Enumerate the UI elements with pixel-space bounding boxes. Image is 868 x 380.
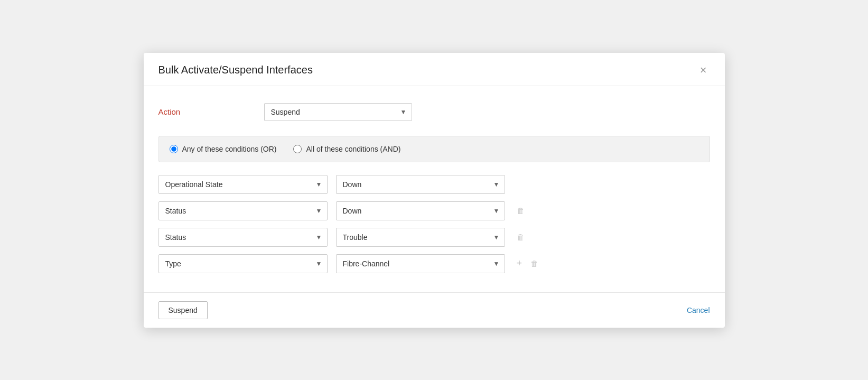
modal-header: Bulk Activate/Suspend Interfaces × bbox=[144, 53, 725, 86]
table-row: Operational State Status Type ▼ Down Up … bbox=[158, 201, 710, 220]
value-select-1[interactable]: Down Up Unknown bbox=[336, 175, 505, 194]
trash-icon-2 bbox=[517, 206, 525, 216]
or-condition-text: Any of these conditions (OR) bbox=[182, 145, 277, 153]
close-button[interactable]: × bbox=[697, 63, 710, 77]
field-select-4[interactable]: Operational State Status Type bbox=[158, 254, 328, 273]
bulk-activate-suspend-modal: Bulk Activate/Suspend Interfaces × Actio… bbox=[144, 53, 725, 328]
modal-body: Action Suspend Activate ▼ Any of these c… bbox=[144, 86, 725, 292]
action-row: Action Suspend Activate ▼ bbox=[158, 103, 710, 121]
row-actions-2 bbox=[514, 204, 545, 218]
conditions-grid: Operational State Status Type ▼ Down Up … bbox=[158, 175, 710, 273]
field-select-wrap-2: Operational State Status Type ▼ bbox=[158, 201, 328, 220]
trash-icon-3 bbox=[517, 233, 525, 242]
value-select-wrap-2: Down Up Trouble ▼ bbox=[336, 201, 505, 220]
modal-title: Bulk Activate/Suspend Interfaces bbox=[158, 64, 313, 76]
value-select-wrap-1: Down Up Unknown ▼ bbox=[336, 175, 505, 194]
value-select-wrap-3: Down Up Trouble ▼ bbox=[336, 228, 505, 247]
trash-icon-4 bbox=[530, 259, 538, 268]
field-select-1[interactable]: Operational State Status Type bbox=[158, 175, 328, 194]
conditions-bar: Any of these conditions (OR) All of thes… bbox=[158, 136, 710, 162]
table-row: Operational State Status Type ▼ Fibre-Ch… bbox=[158, 254, 710, 273]
delete-row-3-button[interactable] bbox=[514, 230, 528, 244]
value-select-4[interactable]: Fibre-Channel Ethernet Serial bbox=[336, 254, 505, 273]
and-condition-label[interactable]: All of these conditions (AND) bbox=[293, 145, 400, 153]
field-select-wrap-4: Operational State Status Type ▼ bbox=[158, 254, 328, 273]
add-row-button[interactable] bbox=[514, 256, 526, 271]
action-select[interactable]: Suspend Activate bbox=[264, 103, 412, 121]
action-label: Action bbox=[158, 107, 264, 116]
field-select-3[interactable]: Operational State Status Type bbox=[158, 228, 328, 247]
action-select-wrap: Suspend Activate ▼ bbox=[264, 103, 412, 121]
field-select-wrap-3: Operational State Status Type ▼ bbox=[158, 228, 328, 247]
delete-row-4-button[interactable] bbox=[527, 257, 542, 271]
or-condition-label[interactable]: Any of these conditions (OR) bbox=[170, 145, 277, 153]
and-condition-radio[interactable] bbox=[293, 145, 302, 153]
delete-row-2-button[interactable] bbox=[514, 204, 528, 218]
modal-footer: Suspend Cancel bbox=[144, 292, 725, 328]
suspend-button[interactable]: Suspend bbox=[158, 301, 208, 319]
cancel-button[interactable]: Cancel bbox=[687, 306, 710, 314]
value-select-wrap-4: Fibre-Channel Ethernet Serial ▼ bbox=[336, 254, 505, 273]
value-select-2[interactable]: Down Up Trouble bbox=[336, 201, 505, 220]
and-condition-text: All of these conditions (AND) bbox=[306, 145, 400, 153]
field-select-2[interactable]: Operational State Status Type bbox=[158, 201, 328, 220]
or-condition-radio[interactable] bbox=[170, 145, 178, 153]
table-row: Operational State Status Type ▼ Down Up … bbox=[158, 175, 710, 194]
plus-icon bbox=[517, 258, 522, 269]
table-row: Operational State Status Type ▼ Down Up … bbox=[158, 228, 710, 247]
row-actions-4 bbox=[514, 256, 545, 271]
field-select-wrap-1: Operational State Status Type ▼ bbox=[158, 175, 328, 194]
value-select-3[interactable]: Down Up Trouble bbox=[336, 228, 505, 247]
row-actions-3 bbox=[514, 230, 545, 244]
